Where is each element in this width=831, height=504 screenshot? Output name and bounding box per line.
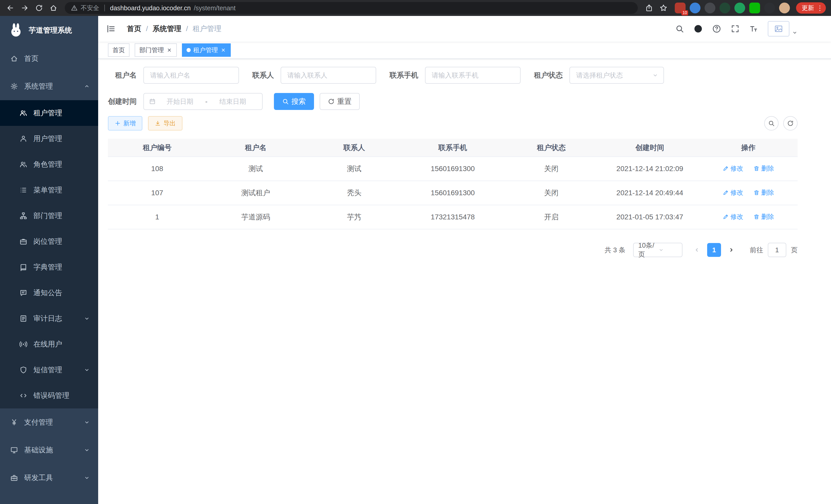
sidebar-item-audit-log[interactable]: 审计日志 — [0, 306, 98, 331]
goto-page-input[interactable] — [768, 243, 786, 257]
edit-link[interactable]: 修改 — [722, 188, 743, 197]
browser-back-button[interactable] — [3, 1, 18, 15]
create-time-range-picker[interactable]: 开始日期 - 结束日期 — [143, 93, 263, 110]
add-button[interactable]: 新增 — [108, 116, 142, 130]
fullscreen-button[interactable] — [731, 24, 740, 33]
close-icon[interactable] — [221, 47, 226, 53]
cell-mobile: 17321315478 — [403, 205, 502, 229]
extension-icon-5[interactable] — [735, 3, 745, 13]
sidebar-item-dept[interactable]: 部门管理 — [0, 203, 98, 229]
search-button[interactable]: 搜索 — [274, 93, 314, 110]
sidebar-item-error-code[interactable]: 错误码管理 — [0, 383, 98, 409]
delete-link[interactable]: 删除 — [753, 188, 774, 197]
page-unit-label: 页 — [791, 245, 798, 255]
sidebar-item-label: 角色管理 — [33, 159, 62, 169]
page-size-value: 10条/页 — [638, 241, 658, 259]
role-users-icon — [20, 160, 27, 168]
extension-icon-6[interactable] — [749, 3, 760, 13]
table-header-row: 租户编号 租户名 联系人 联系手机 租户状态 创建时间 操作 — [108, 139, 798, 157]
sidebar-item-infra[interactable]: 基础设施 — [0, 436, 98, 464]
update-button[interactable]: 更新 ⋮ — [796, 2, 826, 13]
sidebar-item-dev-tool[interactable]: 研发工具 — [0, 464, 98, 492]
breadcrumb-separator: / — [146, 25, 148, 33]
sidebar-item-tenant[interactable]: 租户管理 — [0, 100, 98, 126]
sidebar-item-pay[interactable]: 支付管理 — [0, 409, 98, 436]
page-number-button[interactable]: 1 — [707, 243, 721, 257]
cell-created: 2021-12-14 21:02:09 — [601, 157, 699, 181]
tag-tenant[interactable]: 租户管理 — [182, 43, 231, 57]
refresh-table-button[interactable] — [783, 116, 798, 130]
tenant-name-input[interactable] — [143, 67, 239, 84]
help-button[interactable] — [712, 24, 721, 33]
browser-forward-button[interactable] — [18, 1, 32, 15]
extension-icon-2[interactable] — [690, 3, 700, 13]
tag-home[interactable]: 首页 — [108, 43, 130, 57]
github-link[interactable] — [694, 24, 703, 33]
chevron-up-icon — [84, 83, 90, 89]
sidebar-item-system[interactable]: 系统管理 — [0, 72, 98, 100]
user-avatar-dropdown[interactable] — [768, 21, 798, 36]
browser-menu-icon: ⋮ — [816, 4, 823, 12]
column-header-contact: 联系人 — [305, 139, 403, 157]
sidebar-item-role[interactable]: 角色管理 — [0, 152, 98, 177]
cell-mobile: 15601691300 — [403, 157, 502, 181]
tenant-status-select[interactable]: 请选择租户状态 — [569, 67, 664, 84]
tag-label: 租户管理 — [193, 46, 218, 54]
extension-icon-7[interactable] — [764, 3, 775, 13]
breadcrumb-home[interactable]: 首页 — [127, 24, 141, 34]
export-button[interactable]: 导出 — [148, 116, 182, 130]
sidebar-item-label: 支付管理 — [24, 417, 53, 427]
search-button-label: 搜索 — [291, 97, 306, 106]
sidebar-item-home[interactable]: 首页 — [0, 45, 98, 72]
menu-list-icon — [20, 186, 27, 194]
logo-rabbit-image — [8, 23, 24, 38]
page-size-select[interactable]: 10条/页 — [633, 243, 683, 257]
browser-home-button[interactable] — [46, 1, 61, 15]
share-button[interactable] — [642, 1, 656, 15]
sidebar-item-notice[interactable]: 通知公告 — [0, 280, 98, 306]
address-divider — [104, 5, 105, 11]
close-icon[interactable] — [167, 47, 172, 53]
cell-tenant-id: 1 — [108, 205, 206, 229]
sidebar-item-dict[interactable]: 字典管理 — [0, 254, 98, 280]
edit-link[interactable]: 修改 — [722, 212, 743, 221]
column-header-mobile: 联系手机 — [403, 139, 502, 157]
toggle-search-button[interactable] — [764, 116, 779, 130]
font-size-button[interactable] — [749, 24, 758, 33]
breadcrumb-section[interactable]: 系统管理 — [153, 24, 181, 34]
delete-link[interactable]: 删除 — [753, 212, 774, 221]
breadcrumb: 首页 / 系统管理 / 租户管理 — [127, 24, 222, 34]
sidebar-item-user[interactable]: 用户管理 — [0, 126, 98, 152]
sidebar-item-label: 用户管理 — [33, 134, 62, 144]
sidebar-item-label: 菜单管理 — [33, 185, 62, 195]
browser-reload-button[interactable] — [32, 1, 46, 15]
prev-page-button[interactable] — [690, 243, 704, 257]
sidebar: 芋道管理系统 首页 系统管理 租户管理 用户管理 角色管理 — [0, 16, 98, 504]
header-search-button[interactable] — [675, 24, 684, 33]
sidebar-item-label: 系统管理 — [24, 82, 53, 91]
sidebar-item-menu[interactable]: 菜单管理 — [0, 177, 98, 203]
extension-icon-4[interactable] — [719, 3, 730, 13]
extension-icon-3[interactable] — [705, 3, 715, 13]
sidebar-toggle-button[interactable] — [98, 16, 124, 41]
sidebar-item-post[interactable]: 岗位管理 — [0, 229, 98, 254]
edit-link[interactable]: 修改 — [722, 164, 743, 173]
reset-button[interactable]: 重置 — [320, 93, 360, 110]
mobile-input[interactable] — [425, 67, 521, 84]
next-page-button[interactable] — [724, 243, 739, 257]
address-bar[interactable]: 不安全 dashboard.yudao.iocoder.cn /system/t… — [65, 2, 638, 14]
browser-profile-avatar[interactable] — [779, 3, 790, 13]
sidebar-item-online-user[interactable]: 在线用户 — [0, 331, 98, 357]
sidebar-item-sms[interactable]: 短信管理 — [0, 357, 98, 383]
app-logo[interactable]: 芋道管理系统 — [0, 16, 98, 45]
gear-icon — [10, 83, 18, 90]
contact-input[interactable] — [281, 67, 376, 84]
online-signal-icon — [20, 340, 27, 348]
delete-label: 删除 — [761, 188, 774, 197]
infra-monitor-icon — [10, 446, 18, 454]
extension-icon-1[interactable]: 10 — [675, 3, 686, 13]
delete-link[interactable]: 删除 — [753, 164, 774, 173]
tag-dept[interactable]: 部门管理 — [135, 43, 177, 57]
date-end-placeholder: 结束日期 — [208, 97, 257, 106]
bookmark-star-button[interactable] — [656, 1, 671, 15]
